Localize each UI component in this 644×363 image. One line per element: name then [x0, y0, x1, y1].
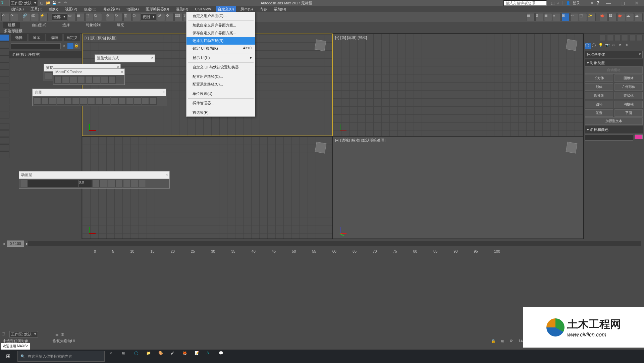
- animlayer-weight-input[interactable]: 0.0: [78, 180, 92, 187]
- container-icon[interactable]: [34, 97, 41, 105]
- massfx-play-icon[interactable]: [101, 76, 108, 84]
- se-tab-customize[interactable]: 自定义: [64, 34, 80, 41]
- taskbar-app-icon[interactable]: 🖌: [170, 351, 181, 362]
- menu-item-customize-ui[interactable]: 自定义用户界面(C)...: [186, 12, 255, 20]
- time-slider-track[interactable]: [28, 241, 641, 246]
- time-slider[interactable]: ◂ 0 / 100 ▸: [0, 239, 644, 248]
- animlayer-icon[interactable]: [92, 180, 100, 187]
- maximize-button[interactable]: ▢: [616, 0, 629, 6]
- menu-item-plugin-manager[interactable]: 插件管理器...: [186, 99, 255, 107]
- container-icon[interactable]: [118, 97, 126, 105]
- container-icon[interactable]: [103, 97, 110, 105]
- container-icon[interactable]: [95, 97, 103, 105]
- massfx-rigid-icon[interactable]: [62, 76, 69, 84]
- animlayer-icon[interactable]: [123, 180, 130, 187]
- viewport-front[interactable]: [+] [前] [标准] [线框]: [333, 34, 584, 136]
- object-name-input[interactable]: [585, 135, 633, 141]
- refcoord-dropdown[interactable]: 视图: [141, 13, 156, 20]
- se-search-input[interactable]: [11, 43, 61, 49]
- curve-editor-button[interactable]: 〰: [570, 13, 578, 21]
- animlayer-icon[interactable]: [131, 180, 138, 187]
- crease-explorer-icon[interactable]: [0, 48, 9, 55]
- animlayer-icon[interactable]: [139, 180, 146, 187]
- render-a360-button[interactable]: ☁: [635, 13, 643, 21]
- animlayer-dropdown[interactable]: [28, 180, 78, 187]
- color-swatch[interactable]: [635, 135, 643, 139]
- 3dsmax-taskbar-icon[interactable]: 3: [207, 351, 217, 362]
- cameras-tab-icon[interactable]: 📷: [605, 43, 611, 49]
- help-icon[interactable]: ❔: [596, 1, 600, 5]
- minimize-button[interactable]: —: [602, 0, 614, 6]
- create-tube-button[interactable]: 管状体: [614, 92, 643, 99]
- menu-item-system-paths[interactable]: 配置系统路径(C)...: [186, 81, 255, 88]
- menu-tools[interactable]: 工具(T): [29, 6, 45, 12]
- float-title[interactable]: MassFX Toolbar: [53, 69, 124, 75]
- link-button[interactable]: 🔗: [22, 13, 30, 21]
- ribbon-tab-freeform[interactable]: 自由形式: [27, 22, 51, 28]
- menu-item-units-setup[interactable]: 单位设置(U)...: [186, 90, 255, 98]
- new-icon[interactable]: ▢: [40, 1, 45, 5]
- lock-selection-icon[interactable]: 🔒: [491, 339, 496, 343]
- container-icon[interactable]: [57, 97, 64, 105]
- open-icon[interactable]: 📂: [46, 1, 51, 5]
- container-icon[interactable]: [134, 97, 141, 105]
- taskbar-app-icon[interactable]: 🎨: [158, 351, 169, 362]
- autogrid-checkbox[interactable]: 自动栅格: [585, 66, 643, 74]
- menu-modifiers[interactable]: 修改器(M): [101, 6, 122, 12]
- exchange-icon[interactable]: ✕: [591, 1, 594, 5]
- menu-item-show-ui[interactable]: 显示 UI(H): [186, 54, 255, 62]
- container-icon[interactable]: [149, 97, 157, 105]
- tool-icon[interactable]: [0, 144, 9, 151]
- ribbon-tab-selection[interactable]: 选择: [58, 22, 74, 28]
- menu-item-lock-ui-layout[interactable]: 锁定 UI 布局(K)Alt+0: [186, 45, 255, 52]
- login-label[interactable]: 登录: [573, 1, 580, 6]
- tool-icon[interactable]: [0, 76, 9, 83]
- keyboard-shortcut-button[interactable]: ⌨: [174, 13, 182, 21]
- helpers-tab-icon[interactable]: ▭: [612, 43, 618, 49]
- geometry-tab-icon[interactable]: ◯: [585, 43, 591, 49]
- menu-group[interactable]: 组(G): [47, 6, 60, 12]
- massfx-toolbar[interactable]: MassFX Toolbar×: [53, 68, 125, 85]
- taskbar-app-icon[interactable]: 📝: [195, 351, 205, 362]
- menu-item-revert-startup-layout[interactable]: 还原为启动布局(R): [186, 37, 255, 45]
- viewport-label[interactable]: [+] [顶] [标准] [线框]: [85, 36, 116, 41]
- menu-rendering[interactable]: 渲染(R): [174, 6, 190, 12]
- tool-icon[interactable]: [0, 105, 9, 111]
- create-pyramid-button[interactable]: 四棱锥: [614, 101, 643, 108]
- infocenter-icon[interactable]: ⬚: [551, 1, 554, 5]
- create-plane-button[interactable]: 平面: [614, 109, 643, 117]
- container-icon[interactable]: [126, 97, 133, 105]
- tool-icon[interactable]: [0, 137, 9, 144]
- select-region-button[interactable]: ⬚: [85, 13, 93, 21]
- tool-icon[interactable]: [0, 69, 9, 76]
- share-icon[interactable]: ⤴: [562, 1, 564, 5]
- time-slider-handle[interactable]: 0 / 100: [7, 241, 24, 247]
- menu-create[interactable]: 创建(C): [82, 6, 98, 12]
- rendered-frame-button[interactable]: 🖼: [608, 13, 616, 21]
- tool-icon[interactable]: [0, 112, 9, 118]
- container-icon[interactable]: [72, 97, 79, 105]
- float-title[interactable]: 渲染快捷方式: [95, 55, 155, 62]
- create-cone-button[interactable]: 圆锥体: [614, 74, 643, 82]
- menu-item-save-ui[interactable]: 保存自定义用户界面方案...: [186, 29, 255, 37]
- tool-icon[interactable]: [607, 35, 613, 41]
- redo-icon[interactable]: ↷: [64, 1, 69, 5]
- create-cylinder-button[interactable]: 圆柱体: [585, 92, 613, 99]
- taskbar-app-icon[interactable]: 💬: [219, 351, 229, 362]
- menu-item-ui-defaults-switcher[interactable]: 自定义 UI 与默认设置切换器: [186, 63, 255, 71]
- animlayer-toolbar[interactable]: 动画层× 0.0: [19, 171, 170, 189]
- ribbon-tab-modeling[interactable]: 建模: [3, 22, 20, 28]
- tool-icon[interactable]: [0, 123, 9, 130]
- render-production-button[interactable]: 🫖: [617, 13, 625, 21]
- named-selection-button[interactable]: ☰: [527, 13, 535, 21]
- tool-icon[interactable]: [629, 35, 635, 41]
- object-type-rollout[interactable]: ▾ 对象类型: [585, 59, 643, 66]
- help-search-input[interactable]: [503, 0, 547, 6]
- se-filter-icon[interactable]: [67, 43, 73, 49]
- ribbon-tab-populate[interactable]: 填充: [112, 22, 129, 28]
- move-button[interactable]: ✥: [106, 13, 114, 21]
- selection-filter-dropdown[interactable]: 全部: [52, 13, 67, 20]
- float-title[interactable]: 动画层: [19, 171, 169, 179]
- massfx-cloth-icon[interactable]: [70, 76, 77, 84]
- isolate-icon[interactable]: ◫: [61, 332, 64, 336]
